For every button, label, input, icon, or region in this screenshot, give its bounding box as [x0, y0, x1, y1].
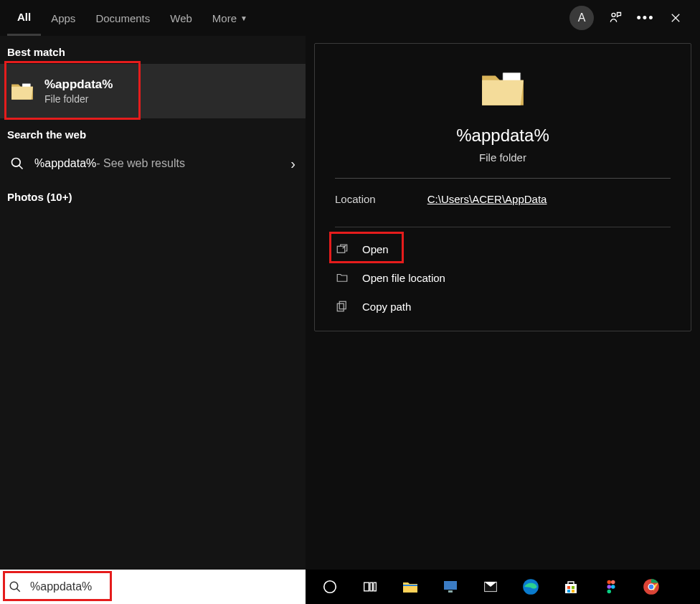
- microsoft-store-icon[interactable]: [561, 577, 581, 597]
- copy-icon: [335, 299, 349, 313]
- chrome-icon[interactable]: [641, 577, 661, 597]
- web-query-label: %appdata%: [34, 157, 96, 170]
- svg-point-21: [611, 580, 615, 585]
- tab-documents[interactable]: Documents: [85, 0, 160, 36]
- svg-rect-5: [339, 301, 346, 309]
- result-title: %appdata%: [44, 77, 113, 92]
- filter-tabs-bar: All Apps Documents Web More ▼ A •••: [0, 0, 700, 36]
- action-open-location-label: Open file location: [362, 272, 445, 284]
- svg-point-0: [612, 13, 615, 16]
- search-web-header: Search the web: [0, 118, 306, 146]
- svg-point-8: [324, 581, 336, 593]
- svg-point-24: [607, 590, 612, 594]
- tab-web[interactable]: Web: [160, 0, 202, 36]
- svg-rect-13: [448, 590, 453, 593]
- search-icon: [10, 156, 24, 171]
- best-match-result[interactable]: %appdata% File folder: [0, 64, 306, 118]
- folder-icon: [479, 65, 526, 113]
- svg-rect-19: [572, 590, 574, 593]
- tab-more-label: More: [212, 12, 237, 24]
- action-copy-path[interactable]: Copy path: [335, 292, 671, 321]
- svg-point-27: [649, 585, 654, 590]
- close-icon[interactable]: [667, 9, 684, 27]
- figma-icon[interactable]: [601, 577, 621, 597]
- svg-rect-12: [444, 581, 457, 590]
- mail-icon[interactable]: [481, 577, 501, 597]
- divider: [335, 227, 671, 227]
- tab-apps[interactable]: Apps: [41, 0, 85, 36]
- svg-point-7: [10, 582, 18, 590]
- svg-rect-9: [364, 582, 369, 591]
- task-view-icon[interactable]: [360, 577, 380, 597]
- svg-rect-18: [567, 590, 570, 593]
- cortana-icon[interactable]: [320, 577, 340, 597]
- action-open[interactable]: Open: [335, 235, 671, 263]
- svg-point-23: [611, 585, 615, 589]
- windows-search-window: All Apps Documents Web More ▼ A ••• Best…: [0, 0, 700, 604]
- preview-subtitle: File folder: [479, 151, 526, 164]
- preview-pane: %appdata% File folder Location C:\Users\…: [306, 36, 700, 570]
- folder-outline-icon: [335, 270, 349, 285]
- action-copy-path-label: Copy path: [362, 301, 411, 313]
- location-path-link[interactable]: C:\Users\ACER\AppData: [427, 193, 547, 205]
- tab-all[interactable]: All: [7, 1, 41, 37]
- open-icon: [335, 242, 349, 256]
- more-options-icon[interactable]: •••: [637, 9, 654, 27]
- svg-point-22: [607, 585, 612, 589]
- best-match-header: Best match: [0, 36, 306, 64]
- search-icon: [9, 580, 22, 593]
- svg-rect-10: [370, 582, 372, 591]
- search-box-container[interactable]: [0, 570, 306, 604]
- action-open-label: Open: [362, 243, 389, 255]
- svg-point-20: [607, 580, 612, 585]
- search-input[interactable]: [30, 580, 297, 593]
- action-open-file-location[interactable]: Open file location: [335, 263, 671, 292]
- chevron-down-icon: ▼: [240, 14, 247, 22]
- location-label: Location: [335, 193, 376, 205]
- svg-rect-11: [374, 582, 376, 591]
- taskbar: [0, 570, 700, 604]
- photos-header[interactable]: Photos (10+): [0, 181, 306, 209]
- svg-rect-6: [337, 303, 344, 311]
- file-explorer-icon[interactable]: [400, 577, 420, 597]
- tab-more[interactable]: More ▼: [202, 0, 257, 36]
- feedback-icon[interactable]: [607, 9, 624, 27]
- results-pane: Best match %appdata% File folder Search …: [0, 36, 306, 570]
- monitor-app-icon[interactable]: [440, 577, 460, 597]
- svg-rect-17: [572, 586, 574, 589]
- web-query-suffix: - See web results: [96, 157, 185, 170]
- svg-point-2: [12, 159, 21, 167]
- user-avatar[interactable]: A: [569, 6, 594, 30]
- svg-rect-16: [567, 586, 570, 589]
- preview-title: %appdata%: [456, 126, 549, 146]
- edge-icon[interactable]: [521, 577, 541, 597]
- folder-icon: [10, 79, 34, 103]
- web-search-result[interactable]: %appdata% - See web results ›: [0, 146, 306, 181]
- result-subtitle: File folder: [44, 93, 113, 105]
- chevron-right-icon: ›: [290, 156, 295, 172]
